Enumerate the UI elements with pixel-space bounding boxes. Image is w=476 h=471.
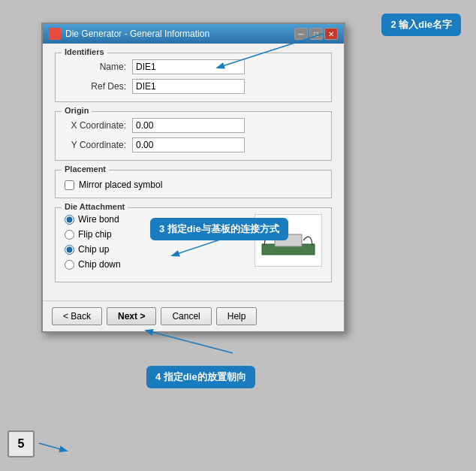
maximize-button[interactable]: □ bbox=[309, 28, 323, 40]
svg-line-2 bbox=[146, 331, 233, 353]
dialog-icon bbox=[49, 28, 61, 40]
origin-section: Origin X Coordinate: Y Coordinate: bbox=[55, 111, 332, 161]
origin-label: Origin bbox=[62, 106, 92, 115]
refdes-label: Ref Des: bbox=[65, 81, 132, 92]
step-5-badge: 5 bbox=[8, 430, 35, 457]
callout-enter-die-name: 2 输入die名字 bbox=[381, 14, 461, 36]
dialog-footer: < Back Next > Cancel Help bbox=[43, 300, 344, 331]
placement-section: Placement Mirror placed symbol bbox=[55, 170, 332, 198]
dialog-title: Die Generator - General Information bbox=[65, 29, 209, 39]
y-coord-row: Y Coordinate: bbox=[65, 137, 322, 152]
chip-down-row: Chip down bbox=[65, 259, 247, 270]
name-label: Name: bbox=[65, 62, 132, 72]
x-coord-input[interactable] bbox=[132, 118, 245, 133]
identifiers-label: Identifiers bbox=[62, 47, 107, 56]
y-coord-label: Y Coordinate: bbox=[65, 140, 132, 150]
titlebar-buttons: ─ □ ✕ bbox=[294, 28, 338, 40]
flip-chip-label: Flip chip bbox=[78, 229, 112, 240]
mirror-label: Mirror placed symbol bbox=[79, 180, 162, 190]
x-coord-label: X Coordinate: bbox=[65, 120, 132, 131]
chip-down-label: Chip down bbox=[78, 259, 121, 270]
dialog-titlebar: Die Generator - General Information ─ □ … bbox=[43, 24, 344, 44]
chip-down-radio[interactable] bbox=[65, 260, 74, 270]
mirror-row: Mirror placed symbol bbox=[65, 180, 322, 190]
refdes-input[interactable] bbox=[132, 79, 245, 94]
x-coord-row: X Coordinate: bbox=[65, 118, 322, 133]
identifiers-section: Identifiers Name: Ref Des: bbox=[55, 53, 332, 102]
help-button[interactable]: Help bbox=[216, 307, 258, 325]
name-row: Name: bbox=[65, 59, 322, 74]
die-attachment-label: Die Attachment bbox=[62, 202, 128, 211]
close-button[interactable]: ✕ bbox=[324, 28, 338, 40]
callout-die-connection: 3 指定die与基板的连接方式 bbox=[150, 218, 288, 240]
mirror-checkbox[interactable] bbox=[65, 180, 74, 190]
chip-up-label: Chip up bbox=[78, 244, 109, 255]
chip-up-row: Chip up bbox=[65, 244, 247, 255]
wire-bond-radio[interactable] bbox=[65, 215, 74, 225]
dialog-body: Identifiers Name: Ref Des: Origin X Coor… bbox=[43, 44, 344, 300]
cancel-button[interactable]: Cancel bbox=[161, 307, 211, 325]
back-button[interactable]: < Back bbox=[52, 307, 102, 325]
minimize-button[interactable]: ─ bbox=[294, 28, 308, 40]
svg-line-3 bbox=[39, 443, 66, 451]
next-button[interactable]: Next > bbox=[107, 307, 156, 325]
flip-chip-radio[interactable] bbox=[65, 230, 74, 240]
y-coord-input[interactable] bbox=[132, 137, 245, 152]
wire-bond-label: Wire bond bbox=[78, 214, 119, 225]
callout-die-orientation: 4 指定die的放置朝向 bbox=[146, 366, 255, 388]
dialog-window: Die Generator - General Information ─ □ … bbox=[41, 23, 345, 333]
name-input[interactable] bbox=[132, 59, 245, 74]
chip-up-radio[interactable] bbox=[65, 245, 74, 255]
refdes-row: Ref Des: bbox=[65, 79, 322, 94]
placement-label: Placement bbox=[62, 165, 109, 174]
